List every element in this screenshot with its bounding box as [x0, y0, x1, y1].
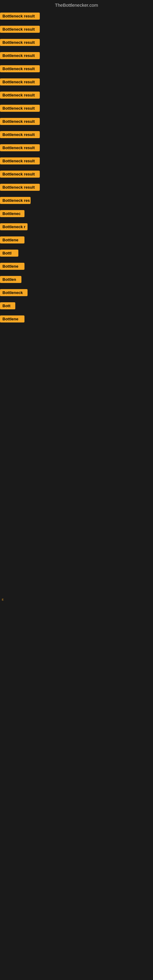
bottleneck-badge[interactable]: Bottleneck result: [0, 158, 40, 164]
list-item: Bottleneck result: [0, 131, 153, 138]
list-item: Bottleneck res: [0, 197, 153, 204]
bottleneck-badge[interactable]: Bottleneck result: [0, 26, 40, 33]
bottleneck-badge[interactable]: Bottleneck result: [0, 144, 40, 151]
list-item: Bottleneck r: [0, 223, 153, 230]
list-item: Bott: [0, 302, 153, 309]
bottom-label: E: [2, 598, 4, 601]
bottleneck-badge[interactable]: Bottleneck result: [0, 65, 40, 72]
bottleneck-badge[interactable]: Bottleneck result: [0, 78, 40, 86]
list-item: Bottlenec: [0, 210, 153, 217]
bottleneck-badge[interactable]: Bottleneck result: [0, 170, 40, 178]
bottleneck-badge[interactable]: Bottleneck result: [0, 118, 40, 125]
list-item: Bottleneck result: [0, 52, 153, 59]
list-item: Bottleneck result: [0, 118, 153, 125]
bottleneck-badge[interactable]: Bottlene: [0, 236, 24, 243]
bottleneck-badge[interactable]: Bottleneck result: [0, 13, 40, 20]
bottleneck-badge[interactable]: Bottleneck res: [0, 197, 30, 204]
bottleneck-badge[interactable]: Bottleneck result: [0, 92, 40, 99]
list-item: Bottleneck result: [0, 144, 153, 151]
bottleneck-badge[interactable]: Bottleneck r: [0, 223, 27, 230]
list-item: Bottleneck result: [0, 158, 153, 164]
bottleneck-badge[interactable]: Bottleneck result: [0, 131, 40, 138]
list-item: Bottl: [0, 250, 153, 257]
bottleneck-badge[interactable]: Bottleneck result: [0, 105, 40, 112]
bottleneck-badge[interactable]: Bottlene: [0, 315, 24, 323]
site-title: TheBottlenecker.com: [55, 2, 98, 8]
bottleneck-badge[interactable]: Bottlen: [0, 276, 21, 283]
list-item: Bottleneck: [0, 289, 153, 296]
list-item: Bottleneck result: [0, 13, 153, 20]
bottom-area: E: [0, 329, 153, 604]
bottleneck-badge[interactable]: Bottleneck result: [0, 52, 40, 59]
bottleneck-badge[interactable]: Bottleneck result: [0, 39, 40, 46]
list-item: Bottleneck result: [0, 26, 153, 33]
bottleneck-badge[interactable]: Bottleneck: [0, 289, 27, 296]
list-item: Bottleneck result: [0, 65, 153, 72]
site-header: TheBottlenecker.com: [0, 0, 153, 11]
items-container: Bottleneck resultBottleneck resultBottle…: [0, 11, 153, 323]
list-item: Bottleneck result: [0, 92, 153, 99]
list-item: Bottleneck result: [0, 39, 153, 46]
list-item: Bottlen: [0, 276, 153, 283]
list-item: Bottleneck result: [0, 78, 153, 86]
list-item: Bottlene: [0, 263, 153, 270]
bottleneck-badge[interactable]: Bottlenec: [0, 210, 24, 217]
list-item: Bottlene: [0, 315, 153, 323]
list-item: Bottlene: [0, 236, 153, 243]
bottleneck-badge[interactable]: Bottlene: [0, 263, 24, 270]
list-item: Bottleneck result: [0, 170, 153, 178]
list-item: Bottleneck result: [0, 184, 153, 191]
bottleneck-badge[interactable]: Bottleneck result: [0, 184, 40, 191]
bottleneck-badge[interactable]: Bott: [0, 302, 15, 309]
list-item: Bottleneck result: [0, 105, 153, 112]
bottleneck-badge[interactable]: Bottl: [0, 250, 18, 257]
